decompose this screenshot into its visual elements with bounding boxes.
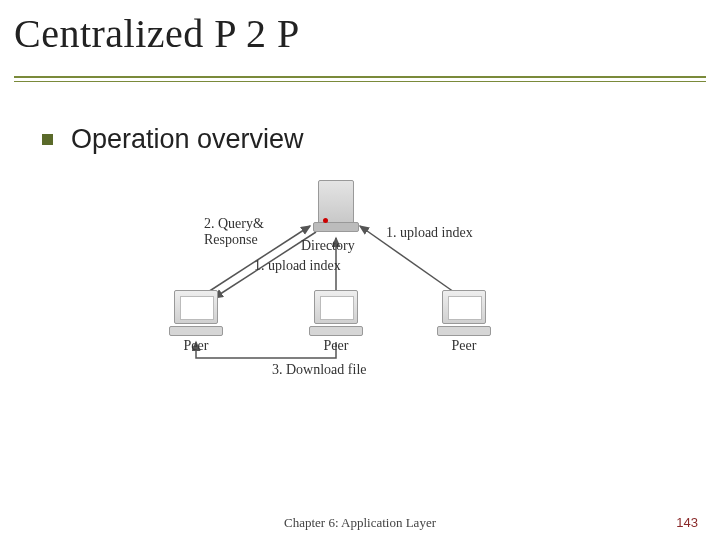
bullet-row: Operation overview [42,124,304,155]
label-query-response: 2. Query& Response [204,216,264,248]
footer-chapter: Chapter 6: Application Layer [0,515,720,531]
label-download-file: 3. Download file [272,362,366,378]
label-upload-index: 1. upload index [254,258,341,274]
title-underline: Centralized P 2 P [14,0,706,78]
peer-icon: Peer [308,290,364,354]
bullet-text: Operation overview [71,124,304,155]
slide: Centralized P 2 P Operation overview [0,0,720,540]
diagram: Directory Peer Peer Peer 2. Query& Respo… [158,180,518,400]
peer-label: Peer [308,338,364,354]
footer: Chapter 6: Application Layer 143 [0,515,720,530]
peer-icon: Peer [436,290,492,354]
peer-icon: Peer [168,290,224,354]
slide-title: Centralized P 2 P [14,0,706,57]
peer-label: Peer [436,338,492,354]
server-icon [313,180,359,236]
directory-label: Directory [301,238,355,254]
label-upload-index: 1. upload index [386,225,473,241]
peer-label: Peer [168,338,224,354]
bullet-icon [42,134,53,145]
